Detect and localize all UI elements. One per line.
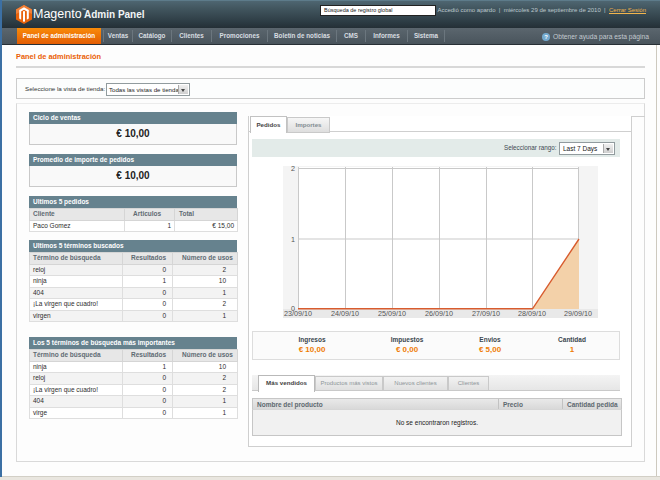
svg-text:25/09/10: 25/09/10: [378, 309, 406, 318]
svg-text:26/09/10: 26/09/10: [425, 309, 453, 318]
svg-text:28/09/10: 28/09/10: [518, 309, 546, 318]
svg-text:23/09/10: 23/09/10: [284, 309, 312, 318]
svg-text:29/09/10: 29/09/10: [564, 309, 592, 318]
svg-text:2: 2: [291, 166, 295, 173]
svg-text:27/09/10: 27/09/10: [472, 309, 500, 318]
svg-text:1: 1: [291, 235, 295, 244]
svg-text:24/09/10: 24/09/10: [331, 309, 359, 318]
